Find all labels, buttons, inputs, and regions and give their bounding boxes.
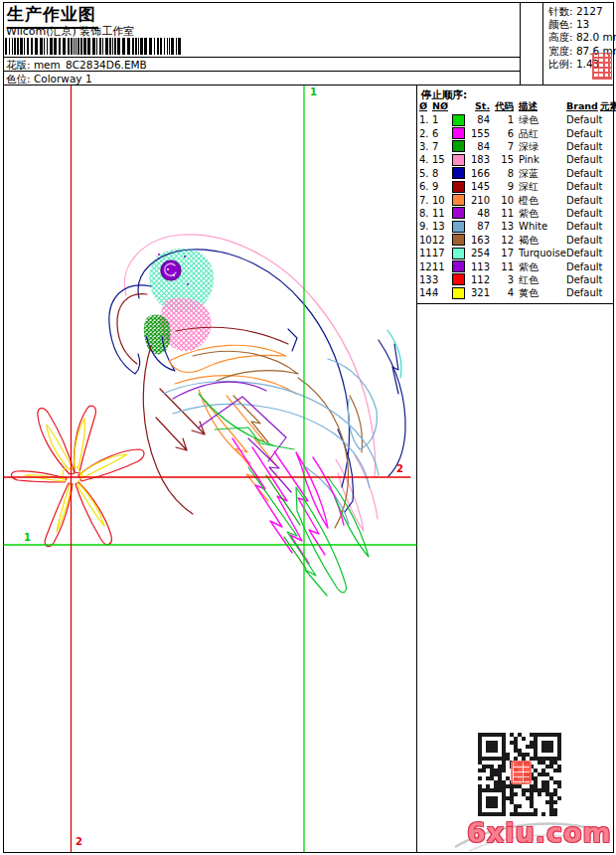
color-swatch	[452, 127, 465, 139]
table-row: 5.81668深蓝Default	[419, 167, 613, 180]
stitch-count-row: 针数: 2127	[548, 5, 613, 18]
pattern-label: 花版:	[6, 59, 31, 71]
color-swatch	[452, 207, 465, 219]
guide-lines	[4, 86, 416, 852]
table-row: 7.1021010橙色Default	[419, 193, 613, 206]
color-count-row: 颜色: 13	[548, 18, 613, 31]
table-row: 6.91459深红Default	[419, 180, 613, 193]
parrot-artwork	[4, 86, 416, 852]
barcode-icon	[5, 38, 184, 55]
table-row: 14.43214黄色Default	[419, 286, 613, 299]
colorway-label: 色位:	[6, 73, 31, 85]
color-swatch	[452, 287, 465, 299]
pattern-value: mem_8C2834D6.EMB	[34, 59, 147, 71]
table-row: 12.1111311紫色Default	[419, 259, 613, 272]
red-seal-stamp-icon	[592, 53, 612, 80]
table-row: 1.1841绿色Default	[419, 113, 613, 126]
table-row: 13.31123红色Default	[419, 273, 613, 286]
color-swatch	[452, 248, 465, 259]
qr-center-seal-icon	[511, 761, 532, 784]
studio-subtitle: Wilcom(汇京) 装饰工作室	[6, 24, 134, 39]
embroidery-design-canvas	[3, 86, 417, 852]
end-marker-label-bottom: 2	[76, 837, 82, 847]
start-marker-label-top: 1	[310, 87, 317, 97]
stop-table-header: ØNØ St.代码 描述Brand 元素	[419, 99, 613, 112]
height-row: 高度: 82.0 mm	[548, 31, 613, 44]
watermark-text: 6xiu.com	[467, 817, 612, 848]
table-row: 4.1518315PinkDefault	[419, 153, 613, 166]
color-swatch	[452, 181, 465, 193]
table-row: 2.61556品红Default	[419, 126, 613, 139]
color-swatch	[452, 194, 465, 206]
colorway-value: Colorway 1	[34, 73, 92, 85]
header-divider	[520, 2, 521, 85]
green-patch	[144, 314, 171, 354]
color-swatch	[452, 260, 465, 272]
start-marker-label-left: 1	[24, 533, 31, 543]
table-row: 10.1216312褐色Default	[419, 234, 613, 247]
header-rule-2	[3, 71, 521, 72]
end-marker-label-right: 2	[396, 464, 403, 474]
color-swatch	[452, 140, 465, 152]
color-swatch	[452, 234, 465, 246]
color-swatch	[452, 273, 465, 285]
color-swatch	[452, 114, 465, 126]
worksheet-page: 生产作业图 Wilcom(汇京) 装饰工作室 花版: mem_8C2834D6.…	[0, 0, 616, 855]
table-row: 11.1725417TurquoiseDefault	[419, 247, 613, 259]
table-bottom-rule	[416, 303, 613, 304]
header-rule-1	[3, 57, 521, 58]
color-swatch	[452, 167, 465, 179]
table-row: 8.114811紫色Default	[419, 207, 613, 220]
color-swatch	[452, 221, 465, 233]
table-row: 9.138713WhiteDefault	[419, 220, 613, 233]
table-row: 3.7847深绿Default	[419, 140, 613, 153]
color-swatch	[452, 154, 465, 166]
